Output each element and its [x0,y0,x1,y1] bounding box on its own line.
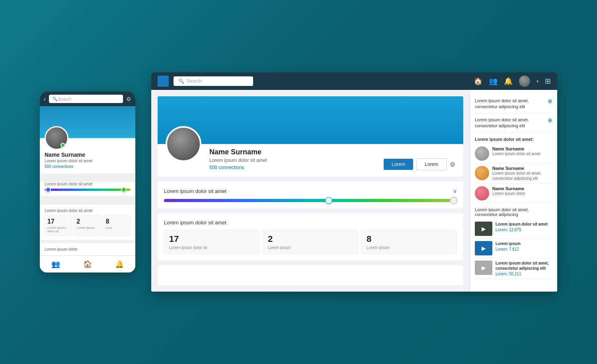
slider-header: Lorem ipsum dolor sit amet ∨ [164,188,457,194]
stat-num-2: 8 [367,234,452,244]
slider-thumb[interactable] [325,197,332,204]
stat-num-1: 2 [268,234,353,244]
phone-connections[interactable]: 500 connections [45,164,131,169]
sidebar-video-title-0: Lorem ipsum dolor sit amet [496,222,548,227]
phone-divider-1 [40,177,135,178]
sidebar-person-avatar-1 [475,166,489,180]
sidebar-item-2-plus-icon[interactable]: ⊕ [548,117,552,123]
phone-search-bar[interactable]: 🔍 Search [49,95,123,103]
stat-num-0: 17 [169,234,254,244]
profile-info: Name Surname Lorem ipsum dolor sit amet … [209,144,267,170]
sidebar-person-desc-1: Lorem ipsum dolor sit amet, consectetur … [492,171,552,181]
phone-slider-thumb-right[interactable] [121,187,127,193]
sidebar-video-sub-0: Lorem: 12.875 [496,228,548,232]
sidebar-video-sub-1: Lorem: 7.612 [496,247,521,251]
sidebar-people-section-label: Lorem ipsum dolor sit amet: [475,137,552,142]
slider-chevron-icon[interactable]: ∨ [453,188,457,194]
desktop-search-bar[interactable]: 🔍 Search [174,76,253,86]
profile-body: Name Surname Lorem ipsum dolor sit amet … [158,144,463,177]
phone-slider-label: Lorem ipsum dolor sit amet [45,182,131,186]
sidebar-person-avatar-0 [475,146,489,161]
sidebar-video-title-1: Lorem ipsum [496,241,521,246]
phone-stat-item-0: 17 Lorem ipsum dolor sit [45,215,72,236]
profile-avatar [166,126,201,162]
stats-grid: 17 Lorem ipsum dolor sit 2 Lorem ipsum 8… [164,230,457,254]
sidebar-person-item-1: Name Surname Lorem ipsum dolor sit amet,… [475,164,552,184]
sidebar-person-desc-0: Lorem ipsum dolor sit amet [492,151,540,156]
stat-label-2: Lorem ipsum [367,245,452,250]
sidebar-person-avatar-2 [475,186,489,200]
phone-stat-num-2: 8 [106,218,128,225]
sidebar-video-item-1[interactable]: ▶ Lorem ipsum Lorem: 7.612 [475,239,552,258]
phone-stat-num-0: 17 [47,218,69,225]
slider-track[interactable] [164,199,457,202]
phone-settings-icon[interactable]: ⚙ [126,96,131,102]
phone-slider-section: Lorem ipsum dolor sit amet [40,182,135,196]
profile-name: Name Surname [209,148,267,156]
sidebar-text-item-2: Lorem ipsum dolor sit amet, consectetur … [475,114,552,133]
desktop-window: 🔍 Search 🏠 👥 🔔 ▾ ⊞ [151,72,557,292]
phone-user-name: Name Surname [45,152,131,158]
slider-label: Lorem ipsum dolor sit amet [164,188,226,194]
profile-gear-button[interactable]: ⚙ [450,161,455,168]
play-icon-1: ▶ [482,245,486,251]
phone-lorem-label: Lorem ipsum dolor [45,247,131,251]
sidebar-video-section: Lorem ipsum dolor sit amet, consectetur … [475,207,552,279]
bottom-placeholder-card [158,265,463,285]
phone-stats-label: Lorem ipsum dolor sit amet [45,208,131,213]
profile-connections[interactable]: 500 connections [209,165,267,170]
phone-nav-bell-icon[interactable]: 🔔 [115,260,124,269]
sidebar-video-section-label: Lorem ipsum dolor sit amet, consectetur … [475,207,552,217]
desktop-grid-icon[interactable]: ⊞ [545,77,551,86]
play-icon-2: ▶ [482,265,486,271]
phone-divider-2 [40,200,135,200]
phone-search-placeholder: Search [58,97,72,101]
profile-card: Name Surname Lorem ipsum dolor sit amet … [158,96,463,177]
phone-stat-item-2: 8 Lore [103,215,131,236]
sidebar-person-name-2: Name Surname [492,186,525,191]
phone-stats-section: Lorem ipsum dolor sit amet 17 Lorem ipsu… [40,204,135,240]
profile-connect-button[interactable]: Lorem [384,159,413,170]
desktop-bell-icon[interactable]: 🔔 [504,77,513,86]
stat-label-1: Lorem ipsum [268,245,353,250]
phone-online-indicator [60,143,65,148]
phone-stats-grid: 17 Lorem ipsum dolor sit 2 Lorem ipsum 8… [45,215,131,236]
mobile-phone: ‹ 🔍 Search ⚙ Name Surname Lorem ipsum do… [40,91,135,273]
sidebar-video-sub-2: Lorem: 55.211 [496,272,552,276]
desktop-logo[interactable] [158,76,169,87]
sidebar-video-item-2[interactable]: ▶ Lorem ipsum dolor sit amet, consectetu… [475,258,552,279]
profile-actions: Lorem Lorem ⚙ [384,154,455,170]
desktop-search-placeholder: Search [187,78,202,84]
scene: ‹ 🔍 Search ⚙ Name Surname Lorem ipsum do… [40,72,557,292]
desktop-avatar-chevron-icon[interactable]: ▾ [537,79,538,84]
phone-stat-label-0: Lorem ipsum dolor sit [47,226,69,233]
phone-lorem-section: Lorem ipsum dolor [40,240,135,255]
sidebar-video-title-2: Lorem ipsum dolor sit amet, consectetur … [496,261,552,271]
phone-profile-section: Name Surname Lorem ipsum dolor sit amet … [40,138,135,173]
phone-nav-home-icon[interactable]: 🏠 [83,260,92,269]
desktop-user-avatar[interactable] [519,76,530,87]
phone-slider-thumb-left[interactable] [45,187,51,193]
stats-card-label: Lorem ipsum dolor sit amet [164,220,457,226]
desktop-home-icon[interactable]: 🏠 [474,77,482,86]
profile-tagline: Lorem ipsum dolor sit amet [209,158,267,163]
phone-stat-label-2: Lore [106,226,128,230]
sidebar-video-info-0: Lorem ipsum dolor sit amet Lorem: 12.875 [496,222,548,232]
desktop-nav-icons: 🏠 👥 🔔 ▾ ⊞ [474,76,551,87]
stat-item-0: 17 Lorem ipsum dolor sit [164,230,259,254]
sidebar-person-info-1: Name Surname Lorem ipsum dolor sit amet,… [492,166,552,181]
desktop-people-icon[interactable]: 👥 [489,77,498,86]
phone-slider-track[interactable] [45,189,131,191]
stat-item-2: 8 Lorem ipsum [361,230,457,254]
sidebar-item-1-text: Lorem ipsum dolor sit amet, consectetur … [475,98,545,110]
sidebar-person-item-0: Name Surname Lorem ipsum dolor sit amet [475,144,552,164]
phone-stat-item-1: 2 Lorem ipsum [74,215,101,236]
sidebar-video-item-0[interactable]: ▶ Lorem ipsum dolor sit amet Lorem: 12.8… [475,219,552,239]
profile-message-button[interactable]: Lorem [416,158,447,170]
sidebar-person-name-0: Name Surname [492,146,540,151]
phone-back-button[interactable]: ‹ [44,96,46,102]
sidebar-video-thumb-2: ▶ [475,261,492,275]
desktop-main-content: Name Surname Lorem ipsum dolor sit amet … [151,90,470,292]
phone-nav-people-icon[interactable]: 👥 [51,260,60,269]
sidebar-item-1-plus-icon[interactable]: ⊕ [548,98,552,104]
